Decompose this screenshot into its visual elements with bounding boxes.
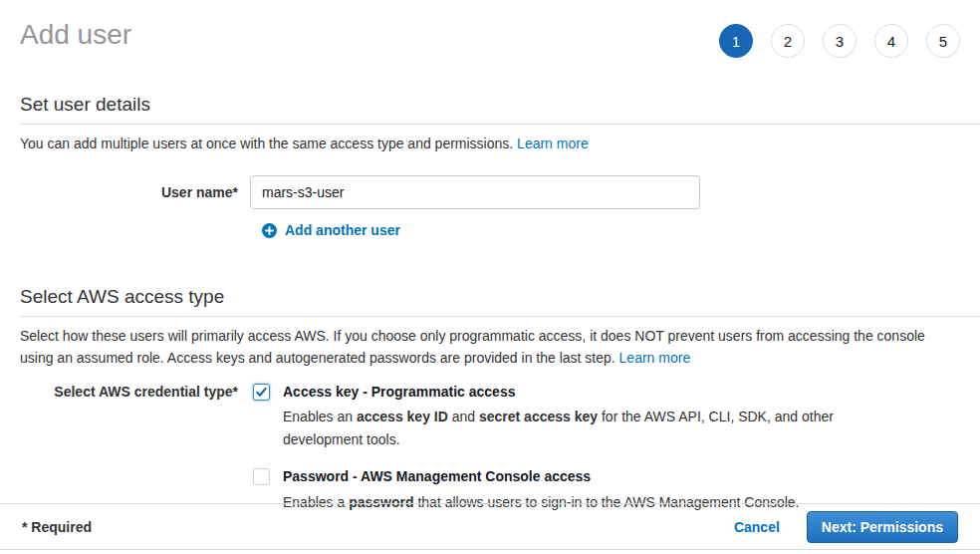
credential-type-label: Select AWS credential type* [20, 383, 250, 451]
section-access-type: Select AWS access type Select how these … [20, 286, 960, 513]
username-label: User name* [20, 175, 250, 209]
checkmark-icon [255, 386, 268, 399]
section-divider [20, 316, 980, 317]
access-key-checkbox[interactable] [253, 384, 270, 401]
page-header: Add user 1 2 3 4 5 [20, 0, 960, 58]
wizard-footer: * Required Cancel Next: Permissions [0, 503, 980, 550]
wizard-step-indicator: 1 2 3 4 5 [719, 24, 960, 58]
password-title: Password - AWS Management Console access [283, 467, 800, 485]
access-type-intro: Select how these users will primarily ac… [20, 326, 960, 369]
add-user-page: Add user 1 2 3 4 5 Set user details You … [0, 0, 980, 513]
access-key-content: Access key - Programmatic access Enables… [283, 383, 837, 451]
section-user-details: Set user details You can add multiple us… [20, 94, 960, 238]
section-divider [20, 124, 980, 125]
password-checkbox[interactable] [253, 468, 270, 485]
learn-more-link-2[interactable]: Learn more [619, 350, 691, 366]
step-indicator-4: 4 [874, 24, 908, 58]
access-key-title: Access key - Programmatic access [283, 383, 837, 401]
username-row: User name* [20, 175, 960, 209]
add-another-user-label: Add another user [285, 222, 400, 238]
required-note: * Required [22, 519, 92, 535]
add-circle-icon [262, 223, 277, 238]
add-another-user-row: Add another user [262, 222, 960, 238]
step-indicator-5: 5 [926, 24, 960, 58]
step-indicator-1: 1 [719, 24, 753, 58]
user-details-heading: Set user details [20, 94, 960, 117]
next-permissions-button[interactable]: Next: Permissions [807, 511, 958, 543]
access-key-description: Enables an access key ID and secret acce… [283, 406, 837, 450]
page-title: Add user [20, 18, 131, 52]
credential-option-access-key: Select AWS credential type* Access key -… [20, 383, 960, 451]
user-details-intro: You can add multiple users at once with … [20, 134, 960, 155]
step-indicator-2: 2 [771, 24, 805, 58]
cancel-button[interactable]: Cancel [734, 519, 780, 535]
username-input[interactable] [250, 175, 700, 209]
add-another-user-link[interactable]: Add another user [262, 222, 400, 238]
access-type-heading: Select AWS access type [20, 286, 960, 309]
learn-more-link[interactable]: Learn more [517, 136, 589, 151]
step-indicator-3: 3 [823, 24, 857, 58]
footer-actions: Cancel Next: Permissions [734, 511, 958, 543]
